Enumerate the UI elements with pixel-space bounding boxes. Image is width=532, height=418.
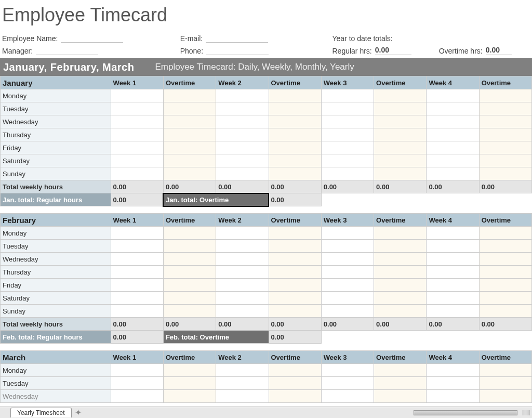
horizontal-scrollbar[interactable] — [414, 410, 517, 415]
overtime-cell[interactable] — [269, 364, 321, 377]
overtime-cell[interactable] — [269, 240, 321, 253]
overtime-cell[interactable] — [163, 305, 216, 318]
overtime-cell[interactable] — [374, 115, 427, 128]
month-reg-value[interactable]: 0.00 — [111, 331, 163, 344]
overtime-cell[interactable] — [163, 390, 216, 403]
overtime-cell[interactable] — [479, 102, 531, 115]
overtime-cell[interactable] — [479, 266, 531, 279]
hours-cell[interactable] — [427, 240, 479, 253]
total-cell[interactable]: 0.00 — [269, 318, 321, 331]
hours-cell[interactable] — [427, 102, 479, 115]
total-cell[interactable]: 0.00 — [216, 318, 269, 331]
overtime-cell[interactable] — [163, 279, 216, 292]
hours-cell[interactable] — [321, 154, 374, 167]
overtime-cell[interactable] — [479, 89, 531, 102]
overtime-cell[interactable] — [163, 266, 216, 279]
hours-cell[interactable] — [111, 377, 163, 390]
overtime-cell[interactable] — [479, 364, 531, 377]
hours-cell[interactable] — [427, 390, 479, 403]
month-ot-value[interactable]: 0.00 — [269, 193, 321, 206]
hours-cell[interactable] — [111, 227, 163, 240]
hours-cell[interactable] — [427, 364, 479, 377]
overtime-cell[interactable] — [479, 227, 531, 240]
hours-cell[interactable] — [111, 279, 163, 292]
overtime-cell[interactable] — [269, 279, 321, 292]
hours-cell[interactable] — [111, 154, 163, 167]
email-input[interactable] — [206, 33, 268, 43]
hours-cell[interactable] — [321, 167, 374, 180]
hours-cell[interactable] — [216, 167, 269, 180]
overtime-cell[interactable] — [374, 279, 427, 292]
hours-cell[interactable] — [111, 305, 163, 318]
overtime-cell[interactable] — [269, 102, 321, 115]
overtime-cell[interactable] — [163, 141, 216, 154]
overtime-cell[interactable] — [374, 266, 427, 279]
overtime-cell[interactable] — [269, 128, 321, 141]
add-sheet-icon[interactable]: ✦ — [75, 408, 82, 417]
hours-cell[interactable] — [111, 141, 163, 154]
hours-cell[interactable] — [216, 292, 269, 305]
month-reg-value[interactable]: 0.00 — [111, 193, 163, 206]
hours-cell[interactable] — [321, 102, 374, 115]
hours-cell[interactable] — [427, 305, 479, 318]
overtime-cell[interactable] — [163, 89, 216, 102]
hours-cell[interactable] — [427, 227, 479, 240]
overtime-cell[interactable] — [269, 390, 321, 403]
overtime-cell[interactable] — [163, 240, 216, 253]
total-cell[interactable]: 0.00 — [427, 180, 479, 193]
overtime-cell[interactable] — [269, 154, 321, 167]
hours-cell[interactable] — [427, 154, 479, 167]
hours-cell[interactable] — [111, 364, 163, 377]
hours-cell[interactable] — [427, 141, 479, 154]
overtime-cell[interactable] — [269, 89, 321, 102]
overtime-cell[interactable] — [374, 390, 427, 403]
hours-cell[interactable] — [321, 292, 374, 305]
overtime-cell[interactable] — [163, 154, 216, 167]
overtime-cell[interactable] — [269, 167, 321, 180]
hours-cell[interactable] — [321, 128, 374, 141]
overtime-cell[interactable] — [374, 377, 427, 390]
hours-cell[interactable] — [216, 227, 269, 240]
total-cell[interactable]: 0.00 — [163, 318, 216, 331]
overtime-cell[interactable] — [374, 89, 427, 102]
hours-cell[interactable] — [216, 390, 269, 403]
hours-cell[interactable] — [216, 240, 269, 253]
hours-cell[interactable] — [427, 266, 479, 279]
overtime-hrs-value[interactable]: 0.00 — [486, 46, 512, 55]
overtime-cell[interactable] — [163, 253, 216, 266]
overtime-cell[interactable] — [374, 305, 427, 318]
hours-cell[interactable] — [321, 115, 374, 128]
overtime-cell[interactable] — [163, 102, 216, 115]
hours-cell[interactable] — [111, 292, 163, 305]
overtime-cell[interactable] — [479, 167, 531, 180]
overtime-cell[interactable] — [269, 305, 321, 318]
overtime-cell[interactable] — [374, 253, 427, 266]
hours-cell[interactable] — [427, 167, 479, 180]
hours-cell[interactable] — [111, 167, 163, 180]
hours-cell[interactable] — [216, 364, 269, 377]
hours-cell[interactable] — [216, 253, 269, 266]
hours-cell[interactable] — [216, 279, 269, 292]
hours-cell[interactable] — [216, 377, 269, 390]
total-cell[interactable]: 0.00 — [269, 180, 321, 193]
regular-hrs-value[interactable]: 0.00 — [375, 46, 411, 55]
hours-cell[interactable] — [427, 377, 479, 390]
overtime-cell[interactable] — [374, 102, 427, 115]
overtime-cell[interactable] — [269, 266, 321, 279]
hours-cell[interactable] — [321, 305, 374, 318]
total-cell[interactable]: 0.00 — [479, 180, 531, 193]
overtime-cell[interactable] — [374, 364, 427, 377]
hours-cell[interactable] — [321, 253, 374, 266]
overtime-cell[interactable] — [479, 128, 531, 141]
hours-cell[interactable] — [216, 128, 269, 141]
overtime-cell[interactable] — [163, 377, 216, 390]
hours-cell[interactable] — [111, 115, 163, 128]
overtime-cell[interactable] — [479, 253, 531, 266]
overtime-cell[interactable] — [374, 292, 427, 305]
total-cell[interactable]: 0.00 — [163, 180, 216, 193]
overtime-cell[interactable] — [374, 167, 427, 180]
hours-cell[interactable] — [216, 141, 269, 154]
overtime-cell[interactable] — [163, 227, 216, 240]
hours-cell[interactable] — [216, 115, 269, 128]
hours-cell[interactable] — [111, 390, 163, 403]
